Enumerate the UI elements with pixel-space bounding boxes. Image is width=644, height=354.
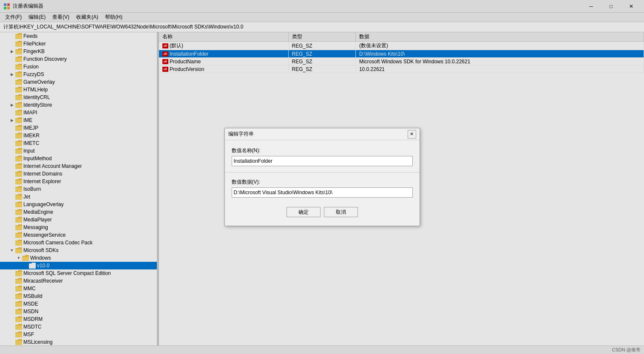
dialog-name-input[interactable]	[232, 156, 413, 166]
dialog-data-label: 数值数据(V):	[232, 178, 413, 186]
dialog-confirm-button[interactable]: 确定	[287, 207, 321, 217]
dialog-close-button[interactable]: ✕	[408, 130, 416, 139]
dialog-cancel-button[interactable]: 取消	[324, 207, 358, 217]
dialog-body: 数值名称(N): 数值数据(V): 确定 取消	[225, 140, 420, 226]
dialog-title: 编辑字符串	[228, 130, 254, 138]
edit-string-dialog: 编辑字符串 ✕ 数值名称(N): 数值数据(V): 确定 取消	[224, 128, 420, 226]
dialog-separator	[225, 172, 420, 173]
dialog-overlay: 编辑字符串 ✕ 数值名称(N): 数值数据(V): 确定 取消	[0, 0, 644, 354]
dialog-name-label: 数值名称(N):	[232, 147, 413, 154]
dialog-title-bar: 编辑字符串 ✕	[225, 128, 420, 140]
dialog-data-input[interactable]	[232, 187, 413, 198]
dialog-buttons: 确定 取消	[232, 204, 413, 219]
